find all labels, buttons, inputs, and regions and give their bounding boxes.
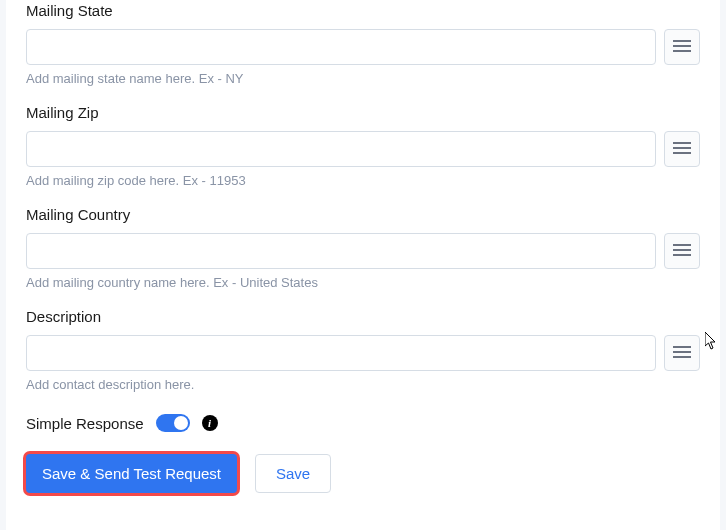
save-button[interactable]: Save [255, 454, 331, 493]
description-help: Add contact description here. [26, 377, 700, 392]
field-mailing-state: Mailing State Add mailing state name her… [26, 0, 700, 86]
button-row: Save & Send Test Request Save [26, 454, 700, 493]
menu-icon [673, 141, 691, 158]
svg-rect-7 [673, 249, 691, 251]
mailing-state-input[interactable] [26, 29, 656, 65]
input-row [26, 335, 700, 371]
mailing-zip-label: Mailing Zip [26, 104, 700, 121]
simple-response-label: Simple Response [26, 415, 144, 432]
description-label: Description [26, 308, 700, 325]
svg-rect-6 [673, 244, 691, 246]
mailing-zip-menu-button[interactable] [664, 131, 700, 167]
input-row [26, 131, 700, 167]
field-mailing-country: Mailing Country Add mailing country name… [26, 206, 700, 290]
mailing-zip-help: Add mailing zip code here. Ex - 11953 [26, 173, 700, 188]
svg-rect-8 [673, 254, 691, 256]
svg-rect-10 [673, 351, 691, 353]
svg-rect-11 [673, 356, 691, 358]
mailing-country-menu-button[interactable] [664, 233, 700, 269]
menu-icon [673, 345, 691, 362]
description-input[interactable] [26, 335, 656, 371]
menu-icon [673, 243, 691, 260]
info-icon[interactable]: i [202, 415, 218, 431]
svg-rect-9 [673, 346, 691, 348]
mailing-state-menu-button[interactable] [664, 29, 700, 65]
field-description: Description Add contact description here… [26, 308, 700, 392]
menu-icon [673, 39, 691, 56]
svg-rect-0 [673, 40, 691, 42]
svg-rect-5 [673, 152, 691, 154]
svg-rect-4 [673, 147, 691, 149]
mailing-country-input[interactable] [26, 233, 656, 269]
svg-rect-1 [673, 45, 691, 47]
mailing-state-label: Mailing State [26, 2, 700, 19]
input-row [26, 29, 700, 65]
save-send-test-button[interactable]: Save & Send Test Request [26, 454, 237, 493]
simple-response-row: Simple Response i [26, 414, 700, 432]
mailing-country-help: Add mailing country name here. Ex - Unit… [26, 275, 700, 290]
mailing-zip-input[interactable] [26, 131, 656, 167]
mailing-state-help: Add mailing state name here. Ex - NY [26, 71, 700, 86]
simple-response-toggle[interactable] [156, 414, 190, 432]
description-menu-button[interactable] [664, 335, 700, 371]
svg-rect-3 [673, 142, 691, 144]
mailing-country-label: Mailing Country [26, 206, 700, 223]
field-mailing-zip: Mailing Zip Add mailing zip code here. E… [26, 104, 700, 188]
form-panel: Mailing State Add mailing state name her… [6, 0, 720, 530]
svg-rect-2 [673, 50, 691, 52]
input-row [26, 233, 700, 269]
